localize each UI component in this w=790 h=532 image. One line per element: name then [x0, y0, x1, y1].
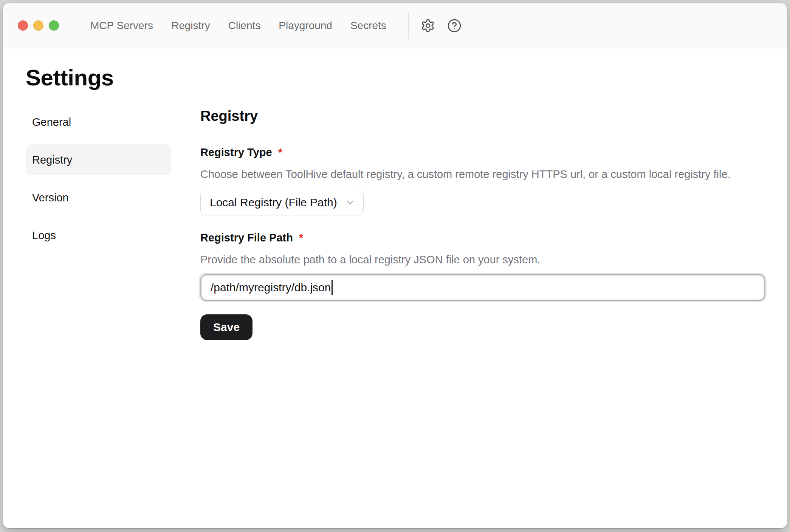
- nav-item-playground[interactable]: Playground: [279, 20, 332, 31]
- section-title: Registry: [200, 107, 765, 125]
- label-text: Registry File Path: [200, 231, 293, 244]
- sidebar-item-logs[interactable]: Logs: [26, 220, 171, 251]
- save-button[interactable]: Save: [200, 314, 252, 340]
- label-text: Registry Type: [200, 146, 272, 159]
- required-asterisk: *: [299, 231, 303, 244]
- registry-file-path-description: Provide the absolute path to a local reg…: [200, 253, 765, 266]
- registry-type-select[interactable]: Local Registry (File Path): [200, 190, 364, 215]
- main-nav: MCP Servers Registry Clients Playground …: [90, 20, 386, 31]
- sidebar-item-label: Registry: [32, 154, 72, 166]
- registry-file-path-label: Registry File Path *: [200, 231, 765, 244]
- settings-sidebar: General Registry Version Logs: [26, 107, 171, 258]
- sidebar-item-label: Version: [32, 192, 69, 204]
- page-title: Settings: [26, 64, 765, 91]
- registry-type-description: Choose between ToolHive default registry…: [200, 168, 765, 181]
- registry-type-label: Registry Type *: [200, 146, 765, 159]
- sidebar-item-label: Logs: [32, 229, 56, 242]
- chevron-down-icon: [344, 197, 356, 208]
- nav-item-secrets[interactable]: Secrets: [350, 20, 386, 31]
- title-bar: MCP Servers Registry Clients Playground …: [3, 3, 787, 48]
- sidebar-item-registry[interactable]: Registry: [26, 144, 171, 175]
- traffic-lights: [18, 20, 59, 31]
- sidebar-item-general[interactable]: General: [26, 107, 171, 138]
- minimize-button[interactable]: [33, 20, 43, 31]
- settings-page: Settings General Registry Version Logs: [3, 64, 787, 340]
- zoom-button[interactable]: [49, 20, 59, 31]
- titlebar-divider: [408, 12, 409, 39]
- sidebar-item-version[interactable]: Version: [26, 182, 171, 213]
- app-window: MCP Servers Registry Clients Playground …: [3, 3, 787, 528]
- sidebar-item-label: General: [32, 116, 71, 128]
- help-circle-icon[interactable]: [447, 19, 462, 33]
- input-value: /path/myregistry/db.json: [211, 281, 331, 294]
- registry-file-path-input[interactable]: /path/myregistry/db.json: [200, 274, 765, 301]
- nav-item-clients[interactable]: Clients: [228, 20, 261, 31]
- nav-item-registry[interactable]: Registry: [171, 20, 210, 31]
- select-value: Local Registry (File Path): [210, 196, 337, 209]
- close-button[interactable]: [18, 20, 28, 31]
- registry-settings-panel: Registry Registry Type * Choose between …: [200, 107, 765, 340]
- required-asterisk: *: [278, 146, 282, 159]
- nav-item-mcp-servers[interactable]: MCP Servers: [90, 20, 153, 31]
- settings-gear-icon[interactable]: [421, 19, 435, 33]
- text-cursor: [331, 280, 333, 295]
